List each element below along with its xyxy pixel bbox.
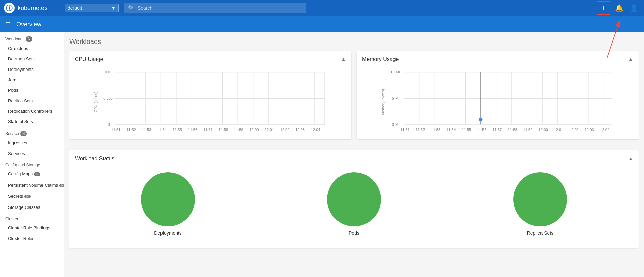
svg-text:12:04: 12:04 — [311, 128, 320, 132]
svg-text:11:56: 11:56 — [188, 128, 197, 132]
memory-card-header: Memory Usage ▲ — [362, 56, 633, 62]
workload-status-collapse-button[interactable]: ▲ — [628, 156, 633, 162]
sidebar-item-services[interactable]: Services — [0, 148, 64, 159]
svg-text:11:53: 11:53 — [142, 128, 151, 132]
svg-text:11:51: 11:51 — [111, 128, 121, 132]
user-icon: 👤 — [630, 4, 638, 12]
svg-text:11:59: 11:59 — [523, 128, 533, 132]
svg-text:12:04: 12:04 — [600, 128, 609, 132]
sidebar-section-workloads: Workloads N — [0, 32, 64, 43]
svg-text:11:51: 11:51 — [400, 128, 410, 132]
service-title: Service — [5, 131, 19, 136]
cpu-usage-card: CPU Usage ▲ 0.01 0.005 0 CPU (cores) — [69, 51, 351, 139]
svg-text:10 Mi: 10 Mi — [390, 70, 400, 74]
config-maps-badge: N — [34, 172, 40, 176]
status-circles: Deployments Pods Replica Sets — [75, 166, 633, 243]
sidebar-item-deployments[interactable]: Deployments — [0, 64, 64, 75]
replica-sets-status-item: Replica Sets — [513, 172, 567, 236]
sidebar-item-persistent-volume-claims[interactable]: Persistent Volume Claims N — [0, 180, 64, 191]
svg-text:11:52: 11:52 — [126, 128, 136, 132]
svg-text:0.01: 0.01 — [105, 70, 112, 74]
svg-text:12:02: 12:02 — [280, 128, 290, 132]
sidebar-item-cron-jobs[interactable]: Cron Jobs — [0, 43, 64, 54]
memory-card-title: Memory Usage — [362, 56, 399, 62]
bell-icon: 🔔 — [615, 4, 623, 12]
cpu-chart-svg: 0.01 0.005 0 CPU (cores) — [75, 66, 346, 134]
svg-text:12:03: 12:03 — [295, 128, 305, 132]
pods-status-circle — [327, 172, 381, 226]
workloads-title: Workloads — [5, 37, 24, 41]
memory-chart-svg: 10 Mi 5 Mi 0 Mi Memory (bytes) — [362, 66, 633, 134]
namespace-dropdown[interactable]: default ▼ — [65, 4, 119, 12]
svg-text:11:52: 11:52 — [416, 128, 425, 132]
sidebar-item-daemon-sets[interactable]: Daemon Sets — [0, 54, 64, 64]
cpu-chart-container: 0.01 0.005 0 CPU (cores) — [75, 66, 346, 134]
search-input[interactable] — [138, 5, 302, 11]
nav-actions: + 🔔 👤 — [597, 1, 640, 15]
svg-text:CPU (cores): CPU (cores) — [94, 92, 98, 112]
deployments-status-label: Deployments — [154, 230, 182, 236]
charts-row: CPU Usage ▲ 0.01 0.005 0 CPU (cores) — [69, 51, 639, 145]
sidebar-item-cluster-role-bindings[interactable]: Cluster Role Bindings — [0, 223, 64, 233]
svg-text:11:53: 11:53 — [431, 128, 440, 132]
sidebar-item-stateful-sets[interactable]: Stateful Sets — [0, 116, 64, 127]
sidebar-item-config-maps[interactable]: Config Maps N — [0, 169, 64, 180]
svg-text:11:55: 11:55 — [173, 128, 182, 132]
cpu-collapse-button[interactable]: ▲ — [341, 56, 346, 62]
svg-text:11:54: 11:54 — [446, 128, 456, 132]
pods-status-label: Pods — [349, 230, 359, 236]
svg-text:12:02: 12:02 — [569, 128, 579, 132]
main-content: Workloads CPU Usage ▲ 0.01 0.005 0 CPU (… — [64, 32, 644, 277]
sub-header: ☰ Overview — [0, 16, 644, 32]
replica-sets-status-label: Replica Sets — [527, 230, 554, 236]
cpu-card-header: CPU Usage ▲ — [75, 56, 346, 62]
workloads-badge: N — [26, 36, 32, 42]
svg-text:0: 0 — [108, 122, 110, 127]
namespace-value: default — [68, 5, 82, 11]
svg-text:11:56: 11:56 — [477, 128, 487, 132]
svg-text:11:57: 11:57 — [203, 128, 213, 132]
search-bar[interactable]: 🔍 — [124, 3, 306, 13]
svg-text:12:03: 12:03 — [585, 128, 594, 132]
svg-text:12:00: 12:00 — [538, 128, 548, 132]
svg-text:0 Mi: 0 Mi — [392, 122, 399, 127]
cluster-title: Cluster — [5, 217, 18, 221]
notifications-button[interactable]: 🔔 — [613, 2, 625, 14]
sidebar-item-replica-sets[interactable]: Replica Sets — [0, 95, 64, 106]
sidebar-item-replication-controllers[interactable]: Replication Controllers — [0, 106, 64, 116]
dropdown-arrow-icon: ▼ — [111, 5, 116, 11]
sidebar: Workloads N Cron Jobs Daemon Sets Deploy… — [0, 32, 64, 277]
sidebar-item-jobs[interactable]: Jobs — [0, 75, 64, 85]
svg-text:11:55: 11:55 — [462, 128, 471, 132]
deployments-status-circle — [141, 172, 195, 226]
svg-text:11:59: 11:59 — [234, 128, 243, 132]
svg-text:0.005: 0.005 — [103, 96, 113, 100]
memory-collapse-button[interactable]: ▲ — [628, 56, 633, 62]
svg-text:12:01: 12:01 — [554, 128, 563, 132]
sidebar-item-pods[interactable]: Pods — [0, 85, 64, 95]
service-badge: N — [20, 131, 27, 136]
replica-sets-status-circle — [513, 172, 567, 226]
sidebar-section-cluster: Cluster — [0, 213, 64, 223]
sidebar-item-ingresses[interactable]: Ingresses — [0, 138, 64, 148]
workloads-section-title: Workloads — [69, 38, 639, 46]
memory-usage-card: Memory Usage ▲ 10 Mi 5 Mi 0 Mi Memory (b… — [357, 51, 639, 139]
config-storage-title: Config and Storage — [5, 163, 40, 167]
cpu-card-title: CPU Usage — [75, 56, 103, 62]
hamburger-menu-icon[interactable]: ☰ — [5, 21, 11, 28]
sidebar-item-storage-classes[interactable]: Storage Classes — [0, 202, 64, 213]
add-button[interactable]: + — [597, 1, 610, 15]
app-title: kubernetes — [18, 5, 48, 12]
svg-text:Memory (bytes): Memory (bytes) — [381, 89, 385, 115]
svg-text:11:58: 11:58 — [218, 128, 228, 132]
user-button[interactable]: 👤 — [628, 2, 640, 14]
secrets-badge: N — [24, 195, 31, 198]
sidebar-section-config-storage: Config and Storage — [0, 159, 64, 169]
sidebar-item-cluster-roles[interactable]: Cluster Roles — [0, 233, 64, 244]
svg-text:12:00: 12:00 — [250, 128, 259, 132]
svg-text:12:01: 12:01 — [265, 128, 274, 132]
sidebar-item-secrets[interactable]: Secrets N — [0, 191, 64, 202]
memory-chart-container: 10 Mi 5 Mi 0 Mi Memory (bytes) — [362, 66, 633, 134]
page-title: Overview — [16, 21, 41, 28]
sidebar-section-service: Service N — [0, 127, 64, 138]
